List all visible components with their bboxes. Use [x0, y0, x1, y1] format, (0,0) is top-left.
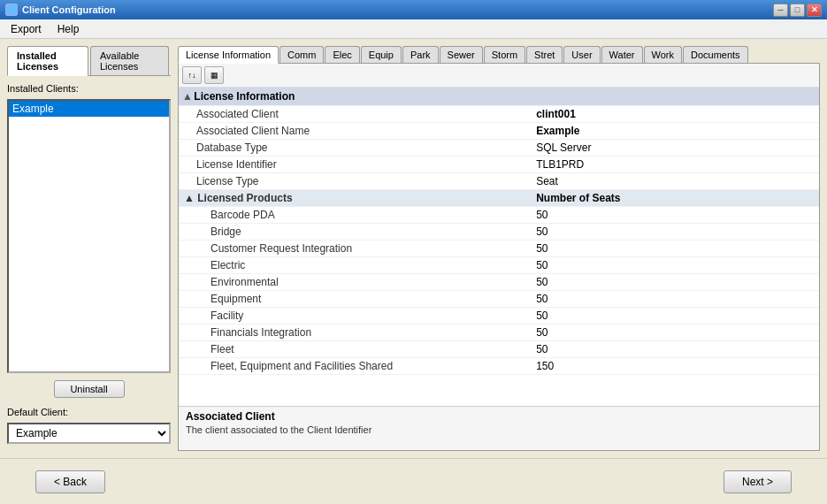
table-row: Associated Client clint001	[179, 106, 819, 123]
tabs-row: License Information Comm Elec Equip Park…	[178, 46, 820, 64]
app-icon	[5, 4, 18, 16]
tab-comm[interactable]: Comm	[279, 46, 324, 63]
tab-park[interactable]: Park	[402, 46, 439, 63]
left-tab-buttons: Installed Licenses Available Licenses	[7, 46, 171, 76]
menu-bar: Export Help	[0, 19, 827, 39]
sort-button[interactable]: ↑↓	[182, 66, 202, 84]
maximize-button[interactable]: □	[790, 4, 805, 17]
menu-help[interactable]: Help	[50, 21, 87, 37]
next-button[interactable]: Next >	[724, 470, 792, 493]
prop-value-db-type: SQL Server	[531, 140, 819, 157]
subsection-header-products: ▲ Licensed Products Number of Seats	[179, 190, 819, 207]
product-seats-financials: 50	[531, 325, 819, 341]
product-seats-equipment: 50	[531, 291, 819, 308]
content-area: ↑↓ ▦ ▲ License Information	[178, 64, 820, 451]
prop-value-license-id: TLB1PRD	[531, 157, 819, 173]
client-item-example[interactable]: Example	[9, 101, 169, 117]
title-bar: Client Configuration ─ □ ✕	[0, 0, 827, 19]
prop-label-license-id: License Identifier	[179, 157, 531, 173]
table-row: Financials Integration 50	[179, 325, 819, 341]
tab-available-licenses[interactable]: Available Licenses	[90, 46, 169, 75]
prop-label-client-name: Associated Client Name	[179, 123, 531, 140]
tab-stret[interactable]: Stret	[526, 46, 563, 63]
prop-label-associated-client: Associated Client	[179, 106, 531, 123]
window-title: Client Configuration	[22, 4, 116, 15]
properties-table: ▲ License Information Associated Client …	[179, 88, 819, 375]
prop-label-license-type: License Type	[179, 173, 531, 190]
prop-value-client-name: Example	[531, 123, 819, 140]
columns-button[interactable]: ▦	[204, 66, 224, 84]
status-bar: Associated Client The client associated …	[179, 406, 819, 450]
close-button[interactable]: ✕	[807, 4, 822, 17]
toolbar-row: ↑↓ ▦	[179, 64, 819, 88]
product-seats-bridge: 50	[531, 224, 819, 241]
table-row: Fleet 50	[179, 341, 819, 358]
product-name-fleet: Fleet	[179, 341, 531, 358]
left-panel: Installed Licenses Available Licenses In…	[7, 46, 171, 451]
product-name-bridge: Bridge	[179, 224, 531, 241]
product-name-barcode: Barcode PDA	[179, 207, 531, 224]
menu-export[interactable]: Export	[4, 21, 49, 37]
product-name-cri: Customer Request Integration	[179, 241, 531, 257]
table-row: Facility 50	[179, 308, 819, 325]
product-seats-cri: 50	[531, 241, 819, 257]
table-row: Barcode PDA 50	[179, 207, 819, 224]
tab-license-information[interactable]: License Information	[178, 46, 279, 64]
product-name-environmental: Environmental	[179, 274, 531, 291]
product-seats-barcode: 50	[531, 207, 819, 224]
subsection-collapse-arrow[interactable]: ▲	[184, 192, 197, 204]
table-row: Environmental 50	[179, 274, 819, 291]
right-panel: License Information Comm Elec Equip Park…	[178, 46, 820, 451]
table-row: License Type Seat	[179, 173, 819, 190]
section-title: License Information	[194, 90, 295, 103]
product-name-facility: Facility	[179, 308, 531, 325]
columns-icon: ▦	[211, 71, 218, 80]
tab-storm[interactable]: Storm	[484, 46, 525, 63]
product-seats-facility: 50	[531, 308, 819, 325]
title-bar-buttons: ─ □ ✕	[773, 4, 822, 17]
tab-equip[interactable]: Equip	[361, 46, 402, 63]
product-name-equipment: Equipment	[179, 291, 531, 308]
tab-sewer[interactable]: Sewer	[440, 46, 483, 63]
product-name-electric: Electric	[179, 257, 531, 274]
prop-value-associated-client: clint001	[531, 106, 819, 123]
back-button[interactable]: < Back	[35, 470, 105, 493]
prop-label-db-type: Database Type	[179, 140, 531, 157]
product-seats-electric: 50	[531, 257, 819, 274]
table-row: Electric 50	[179, 257, 819, 274]
bottom-nav: < Back Next >	[0, 458, 827, 504]
minimize-button[interactable]: ─	[773, 4, 788, 17]
section-header-license: ▲ License Information	[179, 88, 819, 106]
uninstall-button[interactable]: Uninstall	[54, 380, 125, 398]
tab-installed-licenses[interactable]: Installed Licenses	[7, 46, 88, 76]
tab-work[interactable]: Work	[644, 46, 682, 63]
table-row: Associated Client Name Example	[179, 123, 819, 140]
product-seats-fleet: 50	[531, 341, 819, 358]
product-name-fleet-shared: Fleet, Equipment and Facilities Shared	[179, 358, 531, 375]
table-row: Equipment 50	[179, 291, 819, 308]
product-name-financials: Financials Integration	[179, 325, 531, 341]
subsection-title: Licensed Products	[197, 192, 292, 204]
main-content: Installed Licenses Available Licenses In…	[0, 39, 827, 458]
prop-value-license-type: Seat	[531, 173, 819, 190]
subsection-col-header: Number of Seats	[531, 190, 819, 207]
table-row: Bridge 50	[179, 224, 819, 241]
default-client-label: Default Client:	[7, 407, 171, 417]
clients-label: Installed Clients:	[7, 83, 171, 94]
table-row: Fleet, Equipment and Facilities Shared 1…	[179, 358, 819, 375]
collapse-arrow[interactable]: ▲	[182, 90, 191, 103]
tab-elec[interactable]: Elec	[325, 46, 359, 63]
table-scroll[interactable]: ▲ License Information Associated Client …	[179, 88, 819, 406]
table-row: Database Type SQL Server	[179, 140, 819, 157]
product-seats-environmental: 50	[531, 274, 819, 291]
sort-icon: ↑↓	[188, 71, 196, 80]
table-row: Customer Request Integration 50	[179, 241, 819, 257]
table-row: License Identifier TLB1PRD	[179, 157, 819, 173]
tab-documents[interactable]: Documents	[683, 46, 748, 63]
product-seats-fleet-shared: 150	[531, 358, 819, 375]
tab-water[interactable]: Water	[601, 46, 643, 63]
clients-list: Example	[7, 99, 171, 373]
default-client-select[interactable]: Example	[7, 423, 171, 444]
tab-user[interactable]: User	[563, 46, 600, 63]
status-title: Associated Client	[186, 410, 812, 423]
